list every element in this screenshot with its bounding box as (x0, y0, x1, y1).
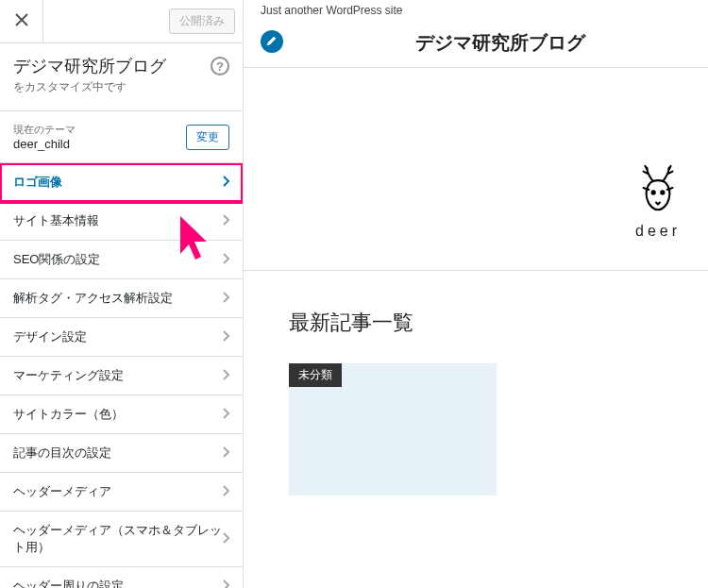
sidebar-item-label: サイトカラー（色） (13, 406, 124, 423)
theme-logo: deer (631, 162, 685, 240)
edit-shortcut-button[interactable] (261, 30, 283, 53)
sidebar-item-label: デザイン設定 (13, 328, 87, 345)
deer-logo-icon (631, 204, 685, 220)
sidebar-item-label: マーケティング設定 (13, 367, 124, 384)
sidebar-item[interactable]: 記事の目次の設定 (0, 434, 243, 473)
site-preview: Just another WordPress site デジマ研究所ブログ (244, 0, 708, 588)
chevron-right-icon (222, 532, 229, 546)
theme-name: deer_child (13, 137, 186, 151)
sidebar-item-label: ヘッダーメディア（スマホ＆タブレット用） (13, 522, 222, 556)
customizer-sidebar: 公開済み デジマ研究所ブログ をカスタマイズ中です ? 現在のテーマ deer_… (0, 0, 244, 588)
preview-logo-area: deer (244, 68, 708, 259)
sidebar-top-bar: 公開済み (0, 0, 243, 43)
sidebar-item-label: SEO関係の設定 (13, 251, 100, 268)
customizing-subtext: をカスタマイズ中です (13, 79, 229, 95)
theme-logo-text: deer (631, 223, 685, 240)
sidebar-item-label: 記事の目次の設定 (13, 445, 111, 462)
latest-posts-section: 最新記事一覧 未分類 (244, 271, 708, 496)
post-category-tag[interactable]: 未分類 (289, 363, 342, 387)
help-icon[interactable]: ? (211, 57, 229, 76)
chevron-right-icon (222, 446, 229, 461)
sidebar-item[interactable]: サイトカラー（色） (0, 395, 243, 434)
chevron-right-icon (222, 176, 229, 190)
chevron-right-icon (222, 580, 229, 589)
post-card[interactable]: 未分類 (289, 363, 497, 496)
sidebar-item-label: サイト基本情報 (13, 212, 99, 229)
latest-posts-heading: 最新記事一覧 (289, 309, 708, 337)
chevron-right-icon (222, 330, 229, 344)
preview-tagline: Just another WordPress site (244, 0, 708, 25)
preview-header: デジマ研究所ブログ (244, 25, 708, 68)
sidebar-item-label: 解析タグ・アクセス解析設定 (13, 290, 173, 307)
sidebar-item[interactable]: デザイン設定 (0, 318, 243, 357)
sidebar-item[interactable]: ヘッダーメディア（スマホ＆タブレット用） (0, 512, 243, 567)
chevron-right-icon (222, 485, 229, 499)
svg-point-0 (652, 191, 655, 193)
close-customizer-button[interactable] (0, 0, 43, 43)
sidebar-item[interactable]: ヘッダーメディア (0, 473, 243, 512)
active-theme-row: 現在のテーマ deer_child 変更 (0, 111, 243, 163)
sidebar-title-block: デジマ研究所ブログ をカスタマイズ中です ? (0, 43, 243, 111)
sidebar-item[interactable]: マーケティング設定 (0, 357, 243, 395)
publish-button[interactable]: 公開済み (169, 8, 235, 34)
chevron-right-icon (222, 408, 229, 422)
sidebar-item-label: ロゴ画像 (13, 174, 62, 191)
sidebar-item[interactable]: ロゴ画像 (0, 163, 243, 202)
theme-label: 現在のテーマ (13, 123, 186, 137)
chevron-right-icon (222, 292, 229, 306)
annotation-cursor-arrow (175, 212, 211, 268)
sidebar-item-label: ヘッダー周りの設定 (13, 578, 124, 588)
chevron-right-icon (222, 369, 229, 383)
sidebar-item[interactable]: ヘッダー周りの設定 (0, 567, 243, 588)
sidebar-item[interactable]: 解析タグ・アクセス解析設定 (0, 279, 243, 318)
svg-point-1 (661, 191, 664, 193)
change-theme-button[interactable]: 変更 (186, 125, 229, 150)
pencil-icon (266, 33, 278, 50)
site-title-heading: デジマ研究所ブログ (13, 55, 229, 77)
preview-site-title: デジマ研究所ブログ (293, 30, 708, 56)
chevron-right-icon (222, 253, 229, 267)
close-icon (15, 13, 28, 30)
chevron-right-icon (222, 214, 229, 228)
sidebar-item-label: ヘッダーメディア (13, 483, 111, 500)
